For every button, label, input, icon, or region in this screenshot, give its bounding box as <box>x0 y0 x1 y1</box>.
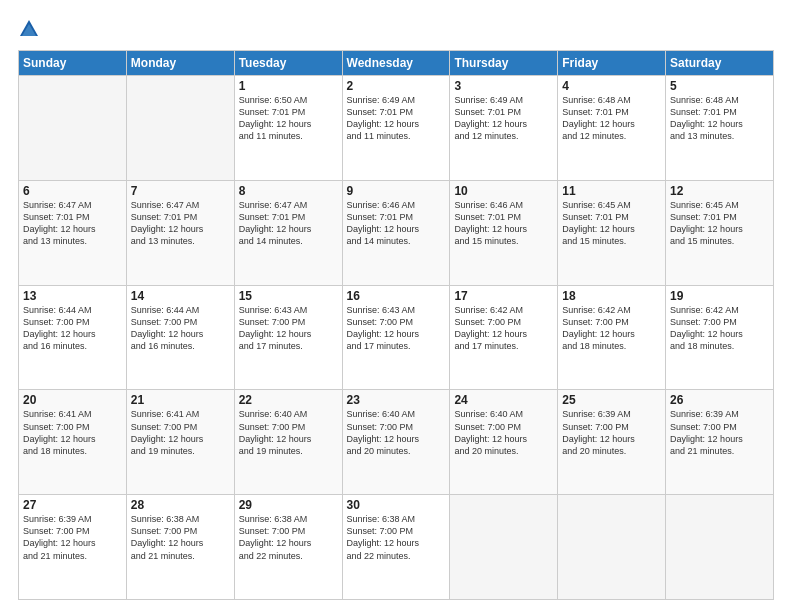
calendar-cell: 5Sunrise: 6:48 AM Sunset: 7:01 PM Daylig… <box>666 76 774 181</box>
calendar-cell: 13Sunrise: 6:44 AM Sunset: 7:00 PM Dayli… <box>19 285 127 390</box>
calendar-cell: 3Sunrise: 6:49 AM Sunset: 7:01 PM Daylig… <box>450 76 558 181</box>
calendar-cell: 9Sunrise: 6:46 AM Sunset: 7:01 PM Daylig… <box>342 180 450 285</box>
day-info: Sunrise: 6:48 AM Sunset: 7:01 PM Dayligh… <box>670 94 769 143</box>
calendar-cell: 1Sunrise: 6:50 AM Sunset: 7:01 PM Daylig… <box>234 76 342 181</box>
calendar-cell: 23Sunrise: 6:40 AM Sunset: 7:00 PM Dayli… <box>342 390 450 495</box>
day-info: Sunrise: 6:48 AM Sunset: 7:01 PM Dayligh… <box>562 94 661 143</box>
day-number: 7 <box>131 184 230 198</box>
day-number: 29 <box>239 498 338 512</box>
calendar-cell: 20Sunrise: 6:41 AM Sunset: 7:00 PM Dayli… <box>19 390 127 495</box>
day-info: Sunrise: 6:47 AM Sunset: 7:01 PM Dayligh… <box>23 199 122 248</box>
day-number: 14 <box>131 289 230 303</box>
calendar-cell: 12Sunrise: 6:45 AM Sunset: 7:01 PM Dayli… <box>666 180 774 285</box>
calendar-cell: 26Sunrise: 6:39 AM Sunset: 7:00 PM Dayli… <box>666 390 774 495</box>
day-number: 20 <box>23 393 122 407</box>
weekday-header-friday: Friday <box>558 51 666 76</box>
day-number: 10 <box>454 184 553 198</box>
logo-icon <box>18 18 40 40</box>
day-number: 6 <box>23 184 122 198</box>
day-number: 25 <box>562 393 661 407</box>
day-number: 13 <box>23 289 122 303</box>
weekday-header-monday: Monday <box>126 51 234 76</box>
calendar-week-row: 6Sunrise: 6:47 AM Sunset: 7:01 PM Daylig… <box>19 180 774 285</box>
day-info: Sunrise: 6:47 AM Sunset: 7:01 PM Dayligh… <box>131 199 230 248</box>
day-number: 22 <box>239 393 338 407</box>
day-number: 4 <box>562 79 661 93</box>
day-info: Sunrise: 6:41 AM Sunset: 7:00 PM Dayligh… <box>23 408 122 457</box>
day-info: Sunrise: 6:42 AM Sunset: 7:00 PM Dayligh… <box>562 304 661 353</box>
day-info: Sunrise: 6:41 AM Sunset: 7:00 PM Dayligh… <box>131 408 230 457</box>
day-number: 21 <box>131 393 230 407</box>
day-info: Sunrise: 6:45 AM Sunset: 7:01 PM Dayligh… <box>562 199 661 248</box>
header <box>18 18 774 40</box>
calendar-cell: 16Sunrise: 6:43 AM Sunset: 7:00 PM Dayli… <box>342 285 450 390</box>
day-number: 15 <box>239 289 338 303</box>
calendar-cell <box>666 495 774 600</box>
day-info: Sunrise: 6:38 AM Sunset: 7:00 PM Dayligh… <box>239 513 338 562</box>
calendar-cell: 24Sunrise: 6:40 AM Sunset: 7:00 PM Dayli… <box>450 390 558 495</box>
day-info: Sunrise: 6:43 AM Sunset: 7:00 PM Dayligh… <box>347 304 446 353</box>
day-number: 24 <box>454 393 553 407</box>
day-number: 17 <box>454 289 553 303</box>
day-number: 2 <box>347 79 446 93</box>
day-info: Sunrise: 6:43 AM Sunset: 7:00 PM Dayligh… <box>239 304 338 353</box>
day-number: 5 <box>670 79 769 93</box>
calendar-cell <box>450 495 558 600</box>
calendar-cell: 11Sunrise: 6:45 AM Sunset: 7:01 PM Dayli… <box>558 180 666 285</box>
calendar-week-row: 20Sunrise: 6:41 AM Sunset: 7:00 PM Dayli… <box>19 390 774 495</box>
day-number: 27 <box>23 498 122 512</box>
day-info: Sunrise: 6:45 AM Sunset: 7:01 PM Dayligh… <box>670 199 769 248</box>
day-number: 8 <box>239 184 338 198</box>
calendar-week-row: 1Sunrise: 6:50 AM Sunset: 7:01 PM Daylig… <box>19 76 774 181</box>
day-number: 26 <box>670 393 769 407</box>
day-info: Sunrise: 6:39 AM Sunset: 7:00 PM Dayligh… <box>562 408 661 457</box>
day-info: Sunrise: 6:38 AM Sunset: 7:00 PM Dayligh… <box>131 513 230 562</box>
weekday-header-sunday: Sunday <box>19 51 127 76</box>
calendar-cell <box>19 76 127 181</box>
day-info: Sunrise: 6:50 AM Sunset: 7:01 PM Dayligh… <box>239 94 338 143</box>
day-number: 11 <box>562 184 661 198</box>
day-info: Sunrise: 6:42 AM Sunset: 7:00 PM Dayligh… <box>454 304 553 353</box>
calendar-week-row: 13Sunrise: 6:44 AM Sunset: 7:00 PM Dayli… <box>19 285 774 390</box>
calendar-cell: 6Sunrise: 6:47 AM Sunset: 7:01 PM Daylig… <box>19 180 127 285</box>
day-info: Sunrise: 6:39 AM Sunset: 7:00 PM Dayligh… <box>23 513 122 562</box>
day-info: Sunrise: 6:47 AM Sunset: 7:01 PM Dayligh… <box>239 199 338 248</box>
calendar-cell: 22Sunrise: 6:40 AM Sunset: 7:00 PM Dayli… <box>234 390 342 495</box>
weekday-header-row: SundayMondayTuesdayWednesdayThursdayFrid… <box>19 51 774 76</box>
calendar-cell <box>558 495 666 600</box>
calendar-cell: 25Sunrise: 6:39 AM Sunset: 7:00 PM Dayli… <box>558 390 666 495</box>
calendar-cell: 19Sunrise: 6:42 AM Sunset: 7:00 PM Dayli… <box>666 285 774 390</box>
day-number: 30 <box>347 498 446 512</box>
day-info: Sunrise: 6:44 AM Sunset: 7:00 PM Dayligh… <box>23 304 122 353</box>
logo <box>18 18 44 40</box>
day-info: Sunrise: 6:44 AM Sunset: 7:00 PM Dayligh… <box>131 304 230 353</box>
calendar-week-row: 27Sunrise: 6:39 AM Sunset: 7:00 PM Dayli… <box>19 495 774 600</box>
day-info: Sunrise: 6:40 AM Sunset: 7:00 PM Dayligh… <box>347 408 446 457</box>
day-number: 3 <box>454 79 553 93</box>
day-info: Sunrise: 6:49 AM Sunset: 7:01 PM Dayligh… <box>454 94 553 143</box>
weekday-header-thursday: Thursday <box>450 51 558 76</box>
day-info: Sunrise: 6:49 AM Sunset: 7:01 PM Dayligh… <box>347 94 446 143</box>
day-number: 9 <box>347 184 446 198</box>
weekday-header-saturday: Saturday <box>666 51 774 76</box>
calendar-cell: 30Sunrise: 6:38 AM Sunset: 7:00 PM Dayli… <box>342 495 450 600</box>
calendar-cell: 17Sunrise: 6:42 AM Sunset: 7:00 PM Dayli… <box>450 285 558 390</box>
day-number: 18 <box>562 289 661 303</box>
calendar-cell: 8Sunrise: 6:47 AM Sunset: 7:01 PM Daylig… <box>234 180 342 285</box>
day-info: Sunrise: 6:46 AM Sunset: 7:01 PM Dayligh… <box>454 199 553 248</box>
calendar-cell: 28Sunrise: 6:38 AM Sunset: 7:00 PM Dayli… <box>126 495 234 600</box>
day-number: 23 <box>347 393 446 407</box>
calendar-cell: 4Sunrise: 6:48 AM Sunset: 7:01 PM Daylig… <box>558 76 666 181</box>
day-info: Sunrise: 6:40 AM Sunset: 7:00 PM Dayligh… <box>239 408 338 457</box>
calendar-cell: 29Sunrise: 6:38 AM Sunset: 7:00 PM Dayli… <box>234 495 342 600</box>
calendar-cell: 7Sunrise: 6:47 AM Sunset: 7:01 PM Daylig… <box>126 180 234 285</box>
day-info: Sunrise: 6:38 AM Sunset: 7:00 PM Dayligh… <box>347 513 446 562</box>
weekday-header-wednesday: Wednesday <box>342 51 450 76</box>
weekday-header-tuesday: Tuesday <box>234 51 342 76</box>
day-info: Sunrise: 6:40 AM Sunset: 7:00 PM Dayligh… <box>454 408 553 457</box>
calendar-cell: 2Sunrise: 6:49 AM Sunset: 7:01 PM Daylig… <box>342 76 450 181</box>
calendar-cell: 10Sunrise: 6:46 AM Sunset: 7:01 PM Dayli… <box>450 180 558 285</box>
calendar-cell: 21Sunrise: 6:41 AM Sunset: 7:00 PM Dayli… <box>126 390 234 495</box>
calendar-cell: 27Sunrise: 6:39 AM Sunset: 7:00 PM Dayli… <box>19 495 127 600</box>
calendar-cell: 18Sunrise: 6:42 AM Sunset: 7:00 PM Dayli… <box>558 285 666 390</box>
